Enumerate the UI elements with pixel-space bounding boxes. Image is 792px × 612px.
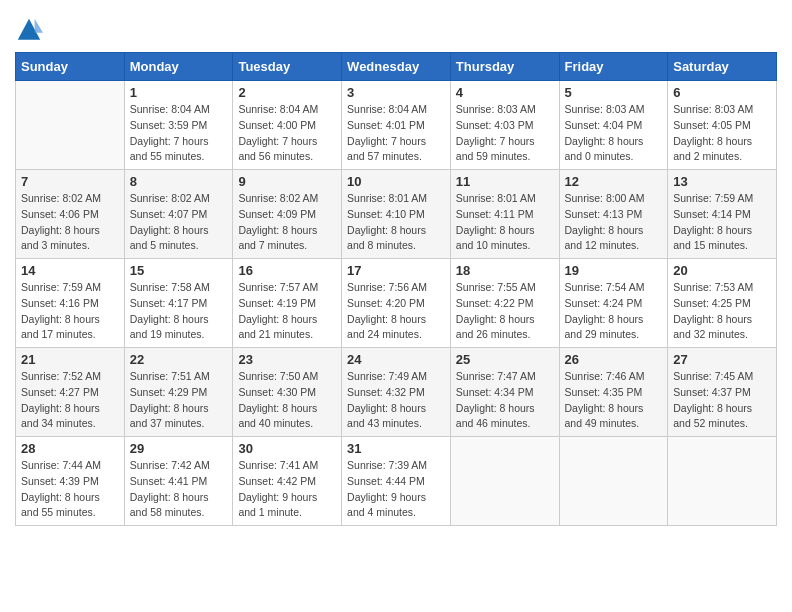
calendar-cell: 11Sunrise: 8:01 AMSunset: 4:11 PMDayligh… bbox=[450, 170, 559, 259]
day-info: Sunrise: 8:03 AMSunset: 4:03 PMDaylight:… bbox=[456, 102, 554, 165]
day-number: 31 bbox=[347, 441, 445, 456]
day-number: 22 bbox=[130, 352, 228, 367]
week-row-4: 28Sunrise: 7:44 AMSunset: 4:39 PMDayligh… bbox=[16, 437, 777, 526]
calendar-cell bbox=[450, 437, 559, 526]
day-number: 24 bbox=[347, 352, 445, 367]
day-number: 28 bbox=[21, 441, 119, 456]
calendar-cell: 26Sunrise: 7:46 AMSunset: 4:35 PMDayligh… bbox=[559, 348, 668, 437]
calendar-cell: 3Sunrise: 8:04 AMSunset: 4:01 PMDaylight… bbox=[342, 81, 451, 170]
week-row-1: 7Sunrise: 8:02 AMSunset: 4:06 PMDaylight… bbox=[16, 170, 777, 259]
day-info: Sunrise: 7:58 AMSunset: 4:17 PMDaylight:… bbox=[130, 280, 228, 343]
day-info: Sunrise: 7:52 AMSunset: 4:27 PMDaylight:… bbox=[21, 369, 119, 432]
calendar-cell bbox=[668, 437, 777, 526]
day-info: Sunrise: 7:45 AMSunset: 4:37 PMDaylight:… bbox=[673, 369, 771, 432]
calendar-cell: 8Sunrise: 8:02 AMSunset: 4:07 PMDaylight… bbox=[124, 170, 233, 259]
header-monday: Monday bbox=[124, 53, 233, 81]
day-info: Sunrise: 8:02 AMSunset: 4:07 PMDaylight:… bbox=[130, 191, 228, 254]
calendar-cell: 18Sunrise: 7:55 AMSunset: 4:22 PMDayligh… bbox=[450, 259, 559, 348]
calendar-cell: 30Sunrise: 7:41 AMSunset: 4:42 PMDayligh… bbox=[233, 437, 342, 526]
calendar-cell: 14Sunrise: 7:59 AMSunset: 4:16 PMDayligh… bbox=[16, 259, 125, 348]
calendar-cell: 15Sunrise: 7:58 AMSunset: 4:17 PMDayligh… bbox=[124, 259, 233, 348]
day-number: 27 bbox=[673, 352, 771, 367]
day-info: Sunrise: 7:56 AMSunset: 4:20 PMDaylight:… bbox=[347, 280, 445, 343]
day-number: 23 bbox=[238, 352, 336, 367]
calendar-cell: 2Sunrise: 8:04 AMSunset: 4:00 PMDaylight… bbox=[233, 81, 342, 170]
day-number: 9 bbox=[238, 174, 336, 189]
header-sunday: Sunday bbox=[16, 53, 125, 81]
day-info: Sunrise: 8:01 AMSunset: 4:11 PMDaylight:… bbox=[456, 191, 554, 254]
day-info: Sunrise: 7:47 AMSunset: 4:34 PMDaylight:… bbox=[456, 369, 554, 432]
calendar-cell: 22Sunrise: 7:51 AMSunset: 4:29 PMDayligh… bbox=[124, 348, 233, 437]
day-info: Sunrise: 7:59 AMSunset: 4:16 PMDaylight:… bbox=[21, 280, 119, 343]
day-number: 5 bbox=[565, 85, 663, 100]
day-number: 7 bbox=[21, 174, 119, 189]
calendar-cell: 4Sunrise: 8:03 AMSunset: 4:03 PMDaylight… bbox=[450, 81, 559, 170]
header-thursday: Thursday bbox=[450, 53, 559, 81]
day-info: Sunrise: 7:49 AMSunset: 4:32 PMDaylight:… bbox=[347, 369, 445, 432]
day-info: Sunrise: 8:04 AMSunset: 3:59 PMDaylight:… bbox=[130, 102, 228, 165]
header-friday: Friday bbox=[559, 53, 668, 81]
day-number: 14 bbox=[21, 263, 119, 278]
day-number: 11 bbox=[456, 174, 554, 189]
day-number: 17 bbox=[347, 263, 445, 278]
day-number: 13 bbox=[673, 174, 771, 189]
day-number: 4 bbox=[456, 85, 554, 100]
day-number: 19 bbox=[565, 263, 663, 278]
day-info: Sunrise: 8:04 AMSunset: 4:00 PMDaylight:… bbox=[238, 102, 336, 165]
header-wednesday: Wednesday bbox=[342, 53, 451, 81]
day-info: Sunrise: 8:03 AMSunset: 4:05 PMDaylight:… bbox=[673, 102, 771, 165]
calendar-cell: 24Sunrise: 7:49 AMSunset: 4:32 PMDayligh… bbox=[342, 348, 451, 437]
calendar-cell: 10Sunrise: 8:01 AMSunset: 4:10 PMDayligh… bbox=[342, 170, 451, 259]
day-info: Sunrise: 7:39 AMSunset: 4:44 PMDaylight:… bbox=[347, 458, 445, 521]
calendar-cell: 9Sunrise: 8:02 AMSunset: 4:09 PMDaylight… bbox=[233, 170, 342, 259]
calendar-cell: 16Sunrise: 7:57 AMSunset: 4:19 PMDayligh… bbox=[233, 259, 342, 348]
calendar-header-row: SundayMondayTuesdayWednesdayThursdayFrid… bbox=[16, 53, 777, 81]
day-info: Sunrise: 7:57 AMSunset: 4:19 PMDaylight:… bbox=[238, 280, 336, 343]
day-info: Sunrise: 7:51 AMSunset: 4:29 PMDaylight:… bbox=[130, 369, 228, 432]
day-info: Sunrise: 7:42 AMSunset: 4:41 PMDaylight:… bbox=[130, 458, 228, 521]
day-number: 3 bbox=[347, 85, 445, 100]
day-info: Sunrise: 7:50 AMSunset: 4:30 PMDaylight:… bbox=[238, 369, 336, 432]
day-info: Sunrise: 7:54 AMSunset: 4:24 PMDaylight:… bbox=[565, 280, 663, 343]
day-number: 30 bbox=[238, 441, 336, 456]
calendar-cell: 17Sunrise: 7:56 AMSunset: 4:20 PMDayligh… bbox=[342, 259, 451, 348]
day-info: Sunrise: 7:44 AMSunset: 4:39 PMDaylight:… bbox=[21, 458, 119, 521]
day-info: Sunrise: 8:04 AMSunset: 4:01 PMDaylight:… bbox=[347, 102, 445, 165]
day-number: 20 bbox=[673, 263, 771, 278]
day-number: 16 bbox=[238, 263, 336, 278]
day-number: 8 bbox=[130, 174, 228, 189]
day-number: 2 bbox=[238, 85, 336, 100]
calendar-cell: 28Sunrise: 7:44 AMSunset: 4:39 PMDayligh… bbox=[16, 437, 125, 526]
day-info: Sunrise: 7:41 AMSunset: 4:42 PMDaylight:… bbox=[238, 458, 336, 521]
day-info: Sunrise: 8:01 AMSunset: 4:10 PMDaylight:… bbox=[347, 191, 445, 254]
logo bbox=[15, 16, 47, 44]
week-row-0: 1Sunrise: 8:04 AMSunset: 3:59 PMDaylight… bbox=[16, 81, 777, 170]
day-number: 21 bbox=[21, 352, 119, 367]
day-number: 12 bbox=[565, 174, 663, 189]
header-tuesday: Tuesday bbox=[233, 53, 342, 81]
calendar-cell: 29Sunrise: 7:42 AMSunset: 4:41 PMDayligh… bbox=[124, 437, 233, 526]
calendar-cell bbox=[559, 437, 668, 526]
calendar-cell: 5Sunrise: 8:03 AMSunset: 4:04 PMDaylight… bbox=[559, 81, 668, 170]
day-number: 26 bbox=[565, 352, 663, 367]
day-number: 10 bbox=[347, 174, 445, 189]
calendar-cell: 31Sunrise: 7:39 AMSunset: 4:44 PMDayligh… bbox=[342, 437, 451, 526]
day-number: 25 bbox=[456, 352, 554, 367]
day-number: 6 bbox=[673, 85, 771, 100]
day-number: 1 bbox=[130, 85, 228, 100]
calendar-cell: 25Sunrise: 7:47 AMSunset: 4:34 PMDayligh… bbox=[450, 348, 559, 437]
calendar-table: SundayMondayTuesdayWednesdayThursdayFrid… bbox=[15, 52, 777, 526]
day-info: Sunrise: 8:02 AMSunset: 4:09 PMDaylight:… bbox=[238, 191, 336, 254]
day-info: Sunrise: 8:00 AMSunset: 4:13 PMDaylight:… bbox=[565, 191, 663, 254]
svg-marker-1 bbox=[35, 19, 43, 33]
day-info: Sunrise: 7:59 AMSunset: 4:14 PMDaylight:… bbox=[673, 191, 771, 254]
calendar-cell: 23Sunrise: 7:50 AMSunset: 4:30 PMDayligh… bbox=[233, 348, 342, 437]
week-row-2: 14Sunrise: 7:59 AMSunset: 4:16 PMDayligh… bbox=[16, 259, 777, 348]
calendar-cell: 7Sunrise: 8:02 AMSunset: 4:06 PMDaylight… bbox=[16, 170, 125, 259]
calendar-cell: 21Sunrise: 7:52 AMSunset: 4:27 PMDayligh… bbox=[16, 348, 125, 437]
day-number: 29 bbox=[130, 441, 228, 456]
calendar-cell: 1Sunrise: 8:04 AMSunset: 3:59 PMDaylight… bbox=[124, 81, 233, 170]
header-saturday: Saturday bbox=[668, 53, 777, 81]
calendar-cell bbox=[16, 81, 125, 170]
calendar-cell: 19Sunrise: 7:54 AMSunset: 4:24 PMDayligh… bbox=[559, 259, 668, 348]
